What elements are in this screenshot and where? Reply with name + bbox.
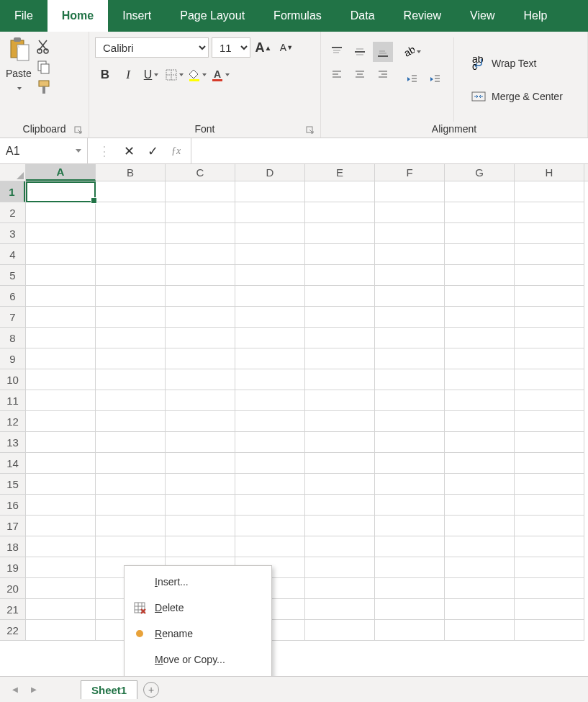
cell[interactable]	[375, 474, 445, 495]
sheet-nav-next-icon[interactable]: ►	[27, 684, 40, 695]
cell[interactable]	[166, 348, 235, 369]
cell[interactable]	[166, 202, 235, 223]
align-top-icon[interactable]	[327, 42, 347, 62]
wrap-text-button[interactable]: abc Wrap Text	[467, 50, 567, 76]
cell[interactable]	[26, 223, 96, 244]
cell[interactable]	[26, 495, 96, 516]
cell[interactable]	[515, 286, 584, 307]
cell[interactable]	[445, 202, 515, 223]
cell[interactable]	[515, 265, 584, 286]
cell[interactable]	[445, 411, 515, 432]
cell[interactable]	[445, 307, 515, 328]
cell[interactable]	[96, 369, 166, 390]
cell[interactable]	[235, 223, 305, 244]
cell[interactable]	[26, 599, 96, 620]
cell[interactable]	[235, 328, 305, 348]
tab-help[interactable]: Help	[509, 0, 561, 32]
cell[interactable]	[375, 265, 445, 286]
cell[interactable]	[235, 390, 305, 411]
row-header[interactable]: 22	[0, 620, 25, 641]
cell[interactable]	[445, 286, 515, 307]
cell[interactable]	[305, 536, 375, 557]
align-right-icon[interactable]	[373, 65, 393, 85]
cell[interactable]	[445, 348, 515, 369]
cell[interactable]	[26, 620, 96, 641]
cell[interactable]	[235, 516, 305, 536]
cell[interactable]	[166, 307, 235, 328]
row-header[interactable]: 3	[0, 223, 25, 244]
cell[interactable]	[445, 453, 515, 474]
cell[interactable]	[26, 536, 96, 557]
cell[interactable]	[445, 516, 515, 536]
cell[interactable]	[166, 516, 235, 536]
cell[interactable]	[96, 516, 166, 536]
cell[interactable]	[305, 265, 375, 286]
cell[interactable]	[166, 244, 235, 265]
merge-center-button[interactable]: Merge & Center	[467, 84, 567, 109]
row-header[interactable]: 11	[0, 390, 25, 411]
cell[interactable]	[375, 328, 445, 348]
cell[interactable]	[515, 578, 584, 599]
decrease-indent-icon[interactable]	[402, 69, 422, 89]
row-header[interactable]: 5	[0, 265, 25, 286]
cell[interactable]	[515, 411, 584, 432]
cell[interactable]	[445, 474, 515, 495]
cell[interactable]	[235, 286, 305, 307]
increase-indent-icon[interactable]	[425, 69, 445, 89]
column-header[interactable]: G	[445, 164, 515, 181]
cell[interactable]	[235, 202, 305, 223]
ctx-rename[interactable]: Rename	[125, 621, 271, 647]
orientation-button[interactable]: ab	[402, 42, 422, 62]
cell[interactable]	[235, 348, 305, 369]
cell[interactable]	[96, 495, 166, 516]
cell[interactable]	[166, 265, 235, 286]
tab-formulas[interactable]: Formulas	[259, 0, 336, 32]
row-header[interactable]: 14	[0, 453, 25, 474]
cell[interactable]	[166, 411, 235, 432]
cell[interactable]	[375, 620, 445, 641]
cell[interactable]	[445, 536, 515, 557]
ctx-delete[interactable]: Delete	[125, 595, 271, 621]
cell[interactable]	[375, 557, 445, 578]
row-header[interactable]: 12	[0, 411, 25, 432]
cell[interactable]	[305, 453, 375, 474]
cell[interactable]	[375, 578, 445, 599]
cell[interactable]	[445, 181, 515, 202]
cell[interactable]	[96, 265, 166, 286]
cell[interactable]	[96, 181, 166, 202]
cell[interactable]	[235, 432, 305, 453]
cell[interactable]	[166, 223, 235, 244]
cell[interactable]	[26, 578, 96, 599]
cell[interactable]	[96, 328, 166, 348]
sheet-tab-sheet1[interactable]: Sheet1	[81, 680, 137, 699]
cell[interactable]	[166, 536, 235, 557]
cell[interactable]	[96, 202, 166, 223]
cell[interactable]	[375, 453, 445, 474]
cell[interactable]	[515, 181, 584, 202]
cell[interactable]	[375, 223, 445, 244]
cell[interactable]	[26, 244, 96, 265]
row-header[interactable]: 10	[0, 369, 25, 390]
cell[interactable]	[375, 495, 445, 516]
cell[interactable]	[305, 328, 375, 348]
cell[interactable]	[96, 474, 166, 495]
cell[interactable]	[305, 369, 375, 390]
cell[interactable]	[375, 411, 445, 432]
cell[interactable]	[515, 536, 584, 557]
cell[interactable]	[96, 411, 166, 432]
cell[interactable]	[235, 411, 305, 432]
row-header[interactable]: 19	[0, 557, 25, 578]
italic-button[interactable]: I	[118, 65, 138, 85]
cell[interactable]	[166, 495, 235, 516]
cell[interactable]	[26, 411, 96, 432]
cell[interactable]	[26, 369, 96, 390]
cell[interactable]	[166, 390, 235, 411]
column-header[interactable]: H	[515, 164, 584, 181]
cell[interactable]	[235, 265, 305, 286]
cell[interactable]	[375, 432, 445, 453]
cell[interactable]	[515, 620, 584, 641]
cell[interactable]	[235, 495, 305, 516]
cell[interactable]	[305, 516, 375, 536]
column-header[interactable]: B	[96, 164, 166, 181]
formula-input[interactable]	[191, 138, 588, 163]
